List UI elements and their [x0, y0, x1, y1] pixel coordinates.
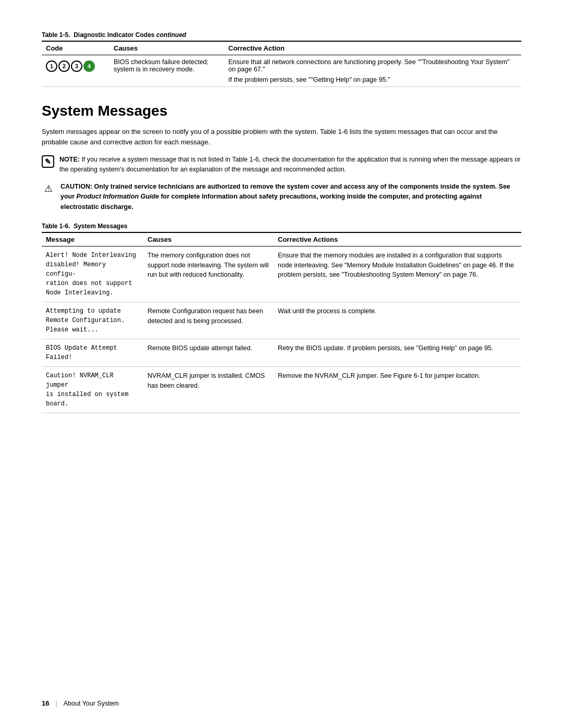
intro-paragraph: System messages appear on the screen to …: [42, 127, 521, 147]
caution-box: ⚠ CAUTION: Only trained service technici…: [42, 182, 521, 212]
caution-icon: ⚠: [42, 182, 55, 195]
corrective-cell: Wait until the process is complete.: [274, 302, 521, 339]
table5: Code Causes Corrective Action 1 2 3 4 BI…: [42, 41, 521, 87]
note-text: NOTE: If you receive a system message th…: [59, 155, 521, 175]
table5-caption: Table 1-5. Diagnostic Indicator Codes co…: [42, 31, 521, 39]
circle-1: 1: [46, 60, 57, 72]
note-icon: ✎: [42, 155, 54, 168]
footer-separator: |: [55, 700, 57, 707]
table-row: Attempting to update Remote Configuratio…: [42, 302, 521, 339]
circle-4: 4: [83, 60, 95, 72]
message-cell: Alert! Node Interleaving disabled! Memor…: [42, 246, 143, 302]
caution-text: CAUTION: Only trained service technician…: [60, 182, 521, 212]
caution-body: Only trained service technicians are aut…: [60, 183, 510, 211]
causes-cell: BIOS checksum failure detected; system i…: [109, 55, 224, 87]
caution-italic: Product Information Guide: [77, 193, 159, 200]
code-cell: 1 2 3 4: [42, 55, 109, 87]
causes-cell: The memory configuration does not suppor…: [143, 246, 274, 302]
table6-header-message: Message: [42, 232, 143, 246]
corrective-cell: Ensure that the memory modules are insta…: [274, 246, 521, 302]
caution-label: CAUTION:: [60, 183, 92, 190]
page-number: 16: [42, 699, 49, 707]
circle-2: 2: [58, 60, 70, 72]
table-row: BIOS Update Attempt Failed!Remote BIOS u…: [42, 339, 521, 366]
section-title: System Messages: [42, 103, 521, 119]
note-body: If you receive a system message that is …: [59, 156, 520, 173]
note-label: NOTE:: [59, 156, 80, 163]
table6-header-corrective: Corrective Actions: [274, 232, 521, 246]
note-box: ✎ NOTE: If you receive a system message …: [42, 155, 521, 175]
corrective-cell: Retry the BIOS update. If problem persis…: [274, 339, 521, 366]
action-line-2: If the problem persists, see ""Getting H…: [228, 76, 517, 83]
table6: Message Causes Corrective Actions Alert!…: [42, 232, 521, 413]
table6-caption: Table 1-6. System Messages: [42, 223, 521, 230]
message-cell: BIOS Update Attempt Failed!: [42, 339, 143, 366]
action-line-1: Ensure that all network connections are …: [228, 58, 517, 73]
corrective-cell: Remove the NVRAM_CLR jumper. See Figure …: [274, 366, 521, 413]
table6-header-causes: Causes: [143, 232, 274, 246]
table5-header-causes: Causes: [109, 41, 224, 55]
message-cell: Caution! NVRAM_CLR jumper is installed o…: [42, 366, 143, 413]
table5-header-action: Corrective Action: [224, 41, 521, 55]
causes-cell: NVRAM_CLR jumper is installed. CMOS has …: [143, 366, 274, 413]
message-cell: Attempting to update Remote Configuratio…: [42, 302, 143, 339]
table-row: Caution! NVRAM_CLR jumper is installed o…: [42, 366, 521, 413]
footer-section: About Your System: [64, 700, 119, 707]
page-footer: 16 | About Your System: [42, 699, 521, 707]
table-row: Alert! Node Interleaving disabled! Memor…: [42, 246, 521, 302]
table-row: 1 2 3 4 BIOS checksum failure detected; …: [42, 55, 521, 87]
action-cell: Ensure that all network connections are …: [224, 55, 521, 87]
circle-3: 3: [71, 60, 82, 72]
causes-cell: Remote Configuration request has been de…: [143, 302, 274, 339]
causes-cell: Remote BIOS update attempt failed.: [143, 339, 274, 366]
table5-header-code: Code: [42, 41, 109, 55]
